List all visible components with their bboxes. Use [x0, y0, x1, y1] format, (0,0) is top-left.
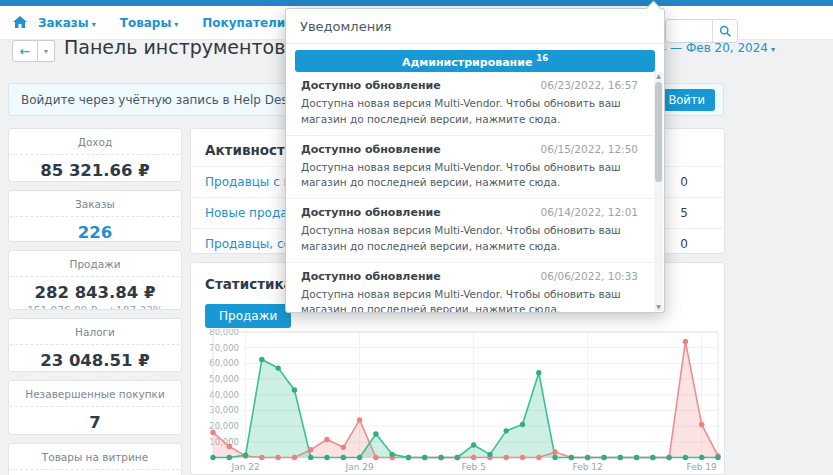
green-data-point	[389, 452, 394, 457]
y-tick-label: 40,000	[209, 390, 239, 400]
back-button-group: ← ▾	[12, 40, 55, 62]
stat-card-title: Продажи	[10, 251, 180, 277]
y-tick-label: 30,000	[209, 405, 239, 415]
nav-item-0[interactable]: Заказы▾	[38, 16, 96, 30]
notification-item-1[interactable]: Доступно обновление06/15/2022, 12:50Дост…	[286, 136, 664, 200]
green-data-point	[373, 431, 378, 436]
notification-title: Доступно обновление	[301, 143, 441, 156]
x-tick-label: Feb 5	[461, 462, 486, 472]
notification-item-2[interactable]: Доступно обновление06/14/2022, 12:01Дост…	[286, 199, 664, 263]
stat-card-3: Налоги23 048.51 ₽4 298.00 ₽ , +536.26%	[8, 318, 182, 372]
notification-date: 06/15/2022, 12:50	[541, 143, 638, 155]
green-data-point	[227, 455, 232, 460]
notifications-header: Уведомления	[286, 9, 664, 44]
activity-value: 0	[680, 175, 688, 189]
red-data-point	[699, 422, 704, 427]
administration-label: Администрирование	[402, 56, 532, 69]
stat-card-0: Доход85 321.66 ₽	[8, 128, 182, 182]
red-data-point	[471, 455, 476, 460]
green-data-point	[422, 455, 427, 460]
notification-date: 06/06/2022, 10:33	[541, 270, 638, 282]
green-data-point	[504, 428, 509, 433]
stat-card-value: 591	[9, 470, 181, 475]
stat-card-1: Заказы226329, -103	[8, 190, 182, 242]
green-data-point	[210, 455, 215, 460]
stat-card-title: Незавершенные покупки	[10, 381, 180, 407]
green-data-point	[601, 455, 606, 460]
red-data-point	[324, 437, 329, 442]
stat-card-value: 226	[9, 217, 181, 242]
red-data-point	[357, 417, 362, 422]
green-data-point	[618, 455, 623, 460]
green-data-point	[552, 455, 557, 460]
green-data-point	[715, 455, 720, 460]
red-data-point	[259, 455, 264, 460]
tab-sales[interactable]: Продажи	[205, 304, 291, 328]
back-button[interactable]: ←	[12, 40, 38, 62]
stat-card-2: Продажи282 843.84 ₽151 076.80 ₽ , +187.2…	[8, 250, 182, 310]
search-icon	[719, 25, 732, 38]
stat-card-4: Незавершенные покупки73, +233.33%	[8, 380, 182, 435]
home-icon[interactable]	[12, 14, 28, 30]
nav-item-1[interactable]: Товары▾	[120, 16, 179, 30]
y-tick-label: 60,000	[209, 358, 239, 368]
y-tick-label: 20,000	[209, 421, 239, 431]
green-data-point	[357, 455, 362, 460]
red-data-point	[373, 455, 378, 460]
panel-scrollbar[interactable]: ▲ ▼	[654, 72, 663, 311]
green-data-point	[520, 422, 525, 427]
administration-count-badge: 16	[536, 53, 548, 63]
sales-chart: 10,00020,00030,00040,00050,00060,00070,0…	[191, 329, 726, 475]
stat-card-title: Товары на витрине	[10, 444, 180, 470]
admin-dashboard-page: Заказы▾Товары▾Покупатели▾Маркетинг▾Веб-с…	[0, 0, 833, 475]
y-tick-label: 70,000	[209, 343, 239, 353]
scrollbar-thumb[interactable]	[655, 82, 662, 182]
notification-item-0[interactable]: Доступно обновление06/23/2022, 16:57Дост…	[286, 72, 664, 136]
notification-body: Доступна новая версия Multi-Vendor. Чтоб…	[301, 287, 638, 313]
green-series-area	[213, 359, 718, 457]
green-data-point	[341, 455, 346, 460]
scroll-up-icon[interactable]: ▲	[654, 72, 663, 80]
x-tick-label: Feb 19	[687, 462, 718, 472]
red-data-point	[308, 447, 313, 452]
stat-card-subtitle: 3, +233.33%	[9, 432, 181, 435]
scroll-down-icon[interactable]: ▼	[654, 303, 663, 311]
activity-value: 0	[680, 237, 688, 251]
stat-card-subtitle: 4 298.00 ₽ , +536.26%	[9, 370, 181, 372]
stat-card-value: 23 048.51 ₽	[9, 345, 181, 370]
green-data-point	[699, 455, 704, 460]
green-data-point	[275, 365, 280, 370]
green-data-point	[406, 455, 411, 460]
green-data-point	[666, 455, 671, 460]
search-input[interactable]	[666, 20, 712, 42]
green-data-point	[634, 455, 639, 460]
green-data-point	[683, 455, 688, 460]
green-data-point	[471, 442, 476, 447]
green-data-point	[292, 387, 297, 392]
nav-item-2[interactable]: Покупатели▾	[202, 16, 292, 30]
red-data-point	[504, 455, 509, 460]
green-data-point	[438, 455, 443, 460]
green-data-point	[455, 455, 460, 460]
notification-title: Доступно обновление	[301, 79, 441, 92]
red-data-point	[552, 449, 557, 454]
red-data-point	[227, 444, 232, 449]
notification-title: Доступно обновление	[301, 206, 441, 219]
notification-body: Доступна новая версия Multi-Vendor. Чтоб…	[301, 96, 638, 128]
green-data-point	[308, 455, 313, 460]
notification-item-3[interactable]: Доступно обновление06/06/2022, 10:33Дост…	[286, 263, 664, 313]
notifications-list: Доступно обновление06/23/2022, 16:57Дост…	[286, 72, 664, 312]
green-data-point	[243, 452, 248, 457]
notification-date: 06/23/2022, 16:57	[541, 79, 638, 91]
notification-body: Доступна новая версия Multi-Vendor. Чтоб…	[301, 223, 638, 255]
administration-button[interactable]: Администрирование 16	[295, 50, 655, 72]
helpdesk-login-label: Войти	[668, 93, 705, 107]
search-button[interactable]	[712, 20, 737, 42]
y-tick-label: 50,000	[209, 374, 239, 384]
notifications-panel: Уведомления Администрирование 16 Доступн…	[285, 8, 665, 313]
back-dropdown-caret[interactable]: ▾	[38, 40, 55, 62]
green-data-point	[536, 370, 541, 375]
notification-date: 06/14/2022, 12:01	[541, 206, 638, 218]
green-data-point	[585, 455, 590, 460]
red-data-point	[520, 455, 525, 460]
